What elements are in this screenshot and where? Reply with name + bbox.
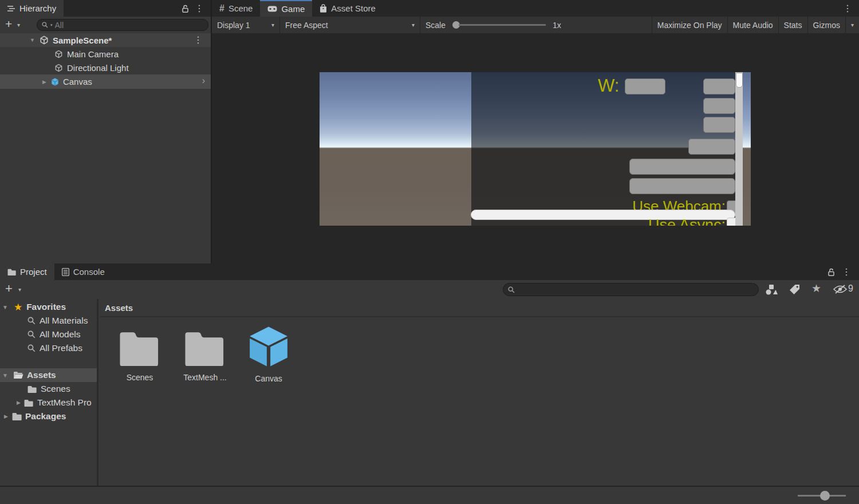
game-viewport: W: Use Webcam: Use Async:	[212, 33, 859, 263]
create-asset-caret-icon[interactable]: ▾	[18, 286, 21, 293]
game-ui-field-1[interactable]	[629, 159, 735, 175]
scene-tab-label: Scene	[228, 3, 253, 13]
favorites-star-icon: ★	[14, 301, 22, 313]
sidebar-item-assets[interactable]: ▼ Assets	[0, 368, 98, 382]
maximize-on-play-button[interactable]: Maximize On Play	[652, 17, 727, 33]
create-button[interactable]: +	[5, 17, 12, 31]
hierarchy-item-main-camera[interactable]: Main Camera	[0, 47, 211, 61]
open-folder-icon	[13, 371, 23, 379]
hierarchy-item-label: Canvas	[63, 77, 92, 86]
hierarchy-item-label: Directional Light	[67, 63, 129, 73]
textmesh-foldout-icon[interactable]: ▶	[17, 400, 21, 405]
scene-grid-icon: #	[219, 3, 224, 14]
folder-icon	[27, 385, 37, 393]
unity-editor-window: Hierarchy ⋮ + ▾ ▾ ▼ SampleScen	[0, 0, 859, 504]
vertical-scrollbar-thumb[interactable]	[736, 73, 743, 88]
project-kebab-menu-icon[interactable]: ⋮	[842, 263, 851, 280]
sidebar-item-textmesh-pro[interactable]: ▶ TextMesh Pro	[0, 396, 98, 410]
lock-icon[interactable]	[182, 5, 189, 13]
vertical-scrollbar-track[interactable]	[735, 72, 743, 226]
console-icon	[62, 268, 69, 276]
asset-grid-header: Assets	[100, 299, 859, 317]
favorites-foldout-icon[interactable]: ▼	[2, 304, 8, 310]
asset-item-canvas[interactable]: Canvas	[247, 326, 290, 383]
hierarchy-list-icon	[7, 5, 15, 12]
scene-foldout-icon[interactable]: ▼	[30, 37, 35, 43]
sidebar-item-label: Scenes	[41, 384, 70, 394]
asset-item-scenes[interactable]: Scenes	[118, 330, 161, 382]
use-async-label: Use Async:	[648, 216, 726, 226]
search-filter-caret-icon[interactable]: ▾	[50, 23, 53, 27]
hierarchy-toolbar: + ▾ ▾	[0, 17, 211, 33]
tab-asset-store[interactable]: Asset Store	[312, 0, 383, 17]
canvas-foldout-icon[interactable]: ▶	[42, 79, 46, 85]
scale-control: Scale 1x	[420, 17, 598, 33]
thumbnail-zoom-slider-knob[interactable]	[820, 491, 830, 501]
sidebar-item-all-models[interactable]: All Models	[0, 328, 98, 341]
search-icon[interactable]	[508, 286, 515, 293]
create-asset-button[interactable]: +	[5, 281, 13, 296]
mute-audio-button[interactable]: Mute Audio	[728, 17, 778, 33]
sidebar-item-all-materials[interactable]: All Materials	[0, 314, 98, 328]
game-ui-field-2[interactable]	[629, 178, 735, 194]
asset-item-label: Canvas	[247, 374, 290, 383]
sidebar-item-scenes[interactable]: Scenes	[0, 382, 98, 396]
sidebar-item-label: All Models	[40, 329, 81, 340]
w-input-field[interactable]	[625, 78, 665, 94]
display-dropdown[interactable]: Display 1 ▾	[212, 17, 279, 33]
packages-foldout-icon[interactable]: ▶	[4, 414, 8, 419]
tab-project[interactable]: Project	[0, 263, 54, 280]
favorites-star-icon[interactable]: ★	[811, 282, 821, 295]
game-ui-button-4[interactable]	[688, 139, 735, 155]
search-by-type-icon[interactable]	[765, 284, 778, 296]
tab-scene[interactable]: # Scene	[212, 0, 260, 17]
search-by-label-tag-icon[interactable]	[789, 284, 800, 295]
sidebar-item-label: Packages	[25, 411, 66, 422]
game-tab-label: Game	[281, 4, 305, 14]
canvas-nav-chevron-icon[interactable]: ›	[202, 76, 205, 86]
game-tabbar: # Scene Game Asset Store ⋮	[212, 0, 859, 17]
hierarchy-item-label: Main Camera	[67, 49, 119, 59]
project-tabbar: Project Console ⋮	[0, 263, 859, 280]
hidden-packages-count: 9	[848, 284, 853, 294]
project-search-input[interactable]	[517, 285, 754, 294]
tab-hierarchy[interactable]: Hierarchy	[0, 0, 64, 17]
sidebar-item-favorites[interactable]: ▼ ★ Favorites	[0, 300, 98, 314]
assets-foldout-icon[interactable]: ▼	[2, 372, 8, 379]
stats-button[interactable]: Stats	[779, 17, 807, 33]
game-ui-button-2[interactable]	[703, 98, 735, 114]
sidebar-item-all-prefabs[interactable]: All Prefabs	[0, 341, 98, 355]
hierarchy-tab-label: Hierarchy	[19, 3, 56, 13]
hierarchy-panel: Hierarchy ⋮ + ▾ ▾ ▼ SampleScen	[0, 0, 212, 263]
create-dropdown-caret-icon[interactable]: ▾	[17, 22, 20, 28]
gizmos-button[interactable]: Gizmos	[808, 17, 845, 33]
prefab-cube-icon	[247, 326, 290, 367]
hierarchy-search-input[interactable]	[55, 21, 203, 30]
hidden-packages-eye-icon[interactable]	[833, 285, 847, 294]
asset-store-tab-label: Asset Store	[331, 3, 376, 13]
gizmos-dropdown-button[interactable]: ▾	[846, 17, 859, 33]
lock-icon[interactable]	[828, 268, 835, 276]
aspect-dropdown[interactable]: Free Aspect ▾	[280, 17, 420, 33]
game-ui-button-1[interactable]	[703, 78, 735, 94]
project-searchbox	[503, 283, 759, 296]
game-render: W: Use Webcam: Use Async:	[320, 72, 751, 226]
game-ui-button-3[interactable]	[703, 117, 735, 133]
folder-icon	[184, 330, 226, 366]
asset-item-textmesh[interactable]: TextMesh ...	[183, 330, 227, 382]
hierarchy-item-canvas[interactable]: ▶ Canvas ›	[0, 74, 211, 89]
prefab-cube-icon	[50, 77, 60, 86]
scale-slider-track[interactable]	[459, 24, 546, 26]
tab-game[interactable]: Game	[260, 0, 312, 17]
tab-console[interactable]: Console	[54, 263, 112, 280]
hierarchy-kebab-menu-icon[interactable]: ⋮	[195, 0, 204, 17]
sidebar-item-packages[interactable]: ▶ Packages	[0, 410, 98, 423]
asset-item-label: TextMesh ...	[183, 373, 227, 382]
game-kebab-menu-icon[interactable]: ⋮	[843, 0, 852, 17]
hierarchy-item-directional-light[interactable]: Directional Light	[0, 61, 211, 74]
game-panel: # Scene Game Asset Store ⋮ Display 1 ▾	[212, 0, 859, 263]
scene-row[interactable]: ▼ SampleScene* ⋮	[0, 33, 211, 47]
sidebar-item-label: All Materials	[40, 316, 88, 326]
scene-kebab-menu-icon[interactable]: ⋮	[194, 32, 203, 48]
search-icon[interactable]	[42, 22, 48, 28]
